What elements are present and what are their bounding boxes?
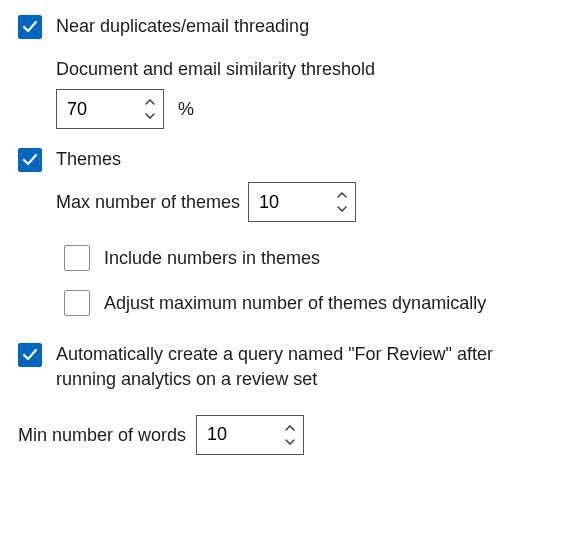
similarity-threshold-label: Document and email similarity threshold [56,57,546,81]
chevron-up-icon [337,192,347,198]
chevron-up-icon [145,99,155,105]
chevron-up-icon [285,425,295,431]
max-themes-down-button[interactable] [335,202,349,216]
min-words-up-button[interactable] [283,421,297,435]
similarity-threshold-input[interactable] [57,90,137,128]
include-numbers-label: Include numbers in themes [104,246,320,270]
themes-label: Themes [56,147,546,171]
max-themes-input[interactable] [249,183,329,221]
adjust-dynamic-label: Adjust maximum number of themes dynamica… [104,291,486,315]
checkmark-icon [22,152,38,168]
themes-checkbox[interactable] [18,148,42,172]
checkmark-icon [22,347,38,363]
max-themes-up-button[interactable] [335,188,349,202]
chevron-down-icon [285,439,295,445]
auto-query-label: Automatically create a query named "For … [56,342,546,391]
include-numbers-checkbox[interactable] [64,245,90,271]
max-themes-label: Max number of themes [56,190,240,214]
percent-unit: % [178,97,194,121]
similarity-threshold-spinner[interactable] [56,89,164,129]
min-words-label: Min number of words [18,423,186,447]
chevron-down-icon [337,206,347,212]
min-words-down-button[interactable] [283,435,297,449]
min-words-input[interactable] [197,416,277,454]
min-words-spinner[interactable] [196,415,304,455]
similarity-threshold-up-button[interactable] [143,95,157,109]
near-duplicates-label: Near duplicates/email threading [56,14,546,38]
similarity-threshold-down-button[interactable] [143,109,157,123]
auto-query-checkbox[interactable] [18,343,42,367]
checkmark-icon [22,19,38,35]
chevron-down-icon [145,113,155,119]
near-duplicates-checkbox[interactable] [18,15,42,39]
adjust-dynamic-checkbox[interactable] [64,290,90,316]
max-themes-spinner[interactable] [248,182,356,222]
